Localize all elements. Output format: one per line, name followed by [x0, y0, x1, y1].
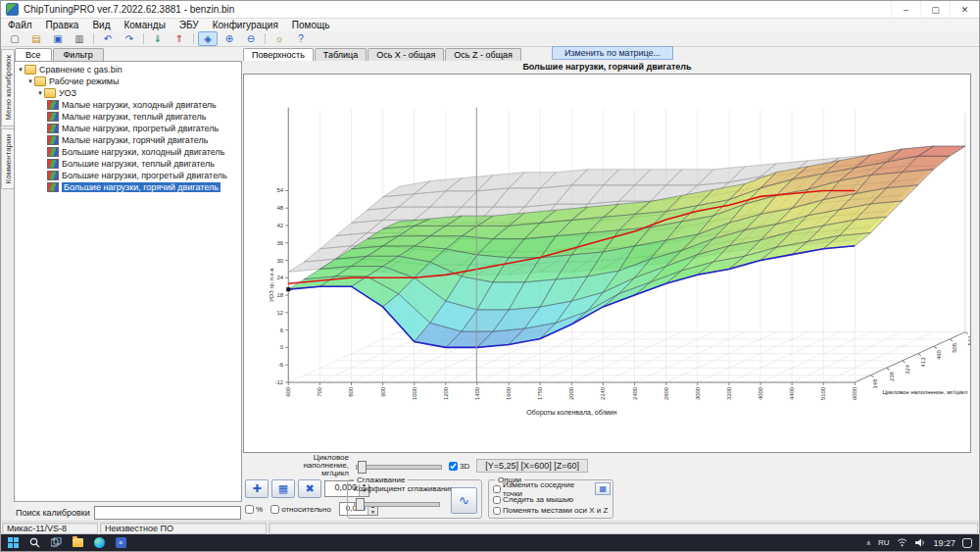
redo-button[interactable]: ↷ [120, 31, 139, 46]
tree-folder-item[interactable]: ▾Рабочие режимы [15, 75, 241, 87]
calibration-tree: ▾Сравнение с gas.bin▾Рабочие режимы▾УОЗМ… [14, 61, 242, 502]
tree-folder-item[interactable]: ▾УОЗ [15, 87, 241, 99]
zoom-in-button[interactable]: ⊕ [220, 31, 239, 46]
volume-icon[interactable] [914, 537, 926, 549]
3d-checkbox[interactable] [449, 462, 458, 471]
menu-item-0[interactable]: Файл [1, 20, 39, 30]
tree-map-item[interactable]: Большие нагрузки, теплый двигатель [15, 158, 241, 170]
3d-toggle[interactable]: 3D [449, 462, 469, 471]
settings-button[interactable]: ☼ [270, 31, 289, 46]
option-row-0[interactable]: Изменить соседние точки▦ [493, 483, 611, 494]
menu-item-5[interactable]: Конфигурация [206, 20, 285, 30]
toolbar-separator [265, 33, 266, 44]
comments-vtab[interactable]: Комментарии [1, 128, 15, 189]
tree-map-item[interactable]: Малые нагрузки, теплый двигатель [15, 111, 241, 123]
surface-chart[interactable]: -12-606121824303642485460070080090010001… [244, 75, 970, 452]
percent-toggle[interactable]: % [245, 505, 263, 514]
svg-text:600: 600 [285, 386, 291, 397]
tree-map-item[interactable]: Большие нагрузки, холодный двигатель [15, 146, 241, 158]
tree-map-item[interactable]: Большие нагрузки, прогретый двигатель [15, 170, 241, 181]
menu-item-2[interactable]: Вид [85, 20, 117, 30]
tree-folder-item[interactable]: ▾Сравнение с gas.bin [15, 64, 241, 75]
set-value-button[interactable]: ▦ [271, 479, 295, 498]
search-input[interactable] [94, 506, 241, 520]
option-checkbox-2[interactable] [493, 507, 501, 515]
menu-item-3[interactable]: Команды [117, 20, 172, 30]
open-file-button[interactable]: ▤ [26, 31, 46, 46]
tree-map-item[interactable]: Малые нагрузки, прогретый двигатель [15, 123, 241, 134]
expand-arrow[interactable]: ▾ [36, 89, 44, 97]
options-group: Опции Изменить соседние точки▦Следить за… [488, 479, 613, 519]
language-indicator[interactable]: RU [878, 538, 890, 547]
file-explorer-icon[interactable] [72, 537, 83, 549]
clock[interactable]: 19:27 [933, 538, 956, 548]
side-strip: Меню калибровок Комментарии [1, 47, 14, 522]
search-icon[interactable] [28, 537, 40, 549]
smoothing-group-title: Сглаживание [354, 476, 408, 484]
menu-item-4[interactable]: ЭБУ [172, 20, 206, 30]
fill-slider-thumb[interactable] [358, 461, 367, 474]
wifi-icon[interactable] [896, 537, 907, 549]
add-value-button[interactable]: ✚ [245, 479, 269, 498]
new-file-button[interactable]: ▢ [5, 31, 24, 46]
tree-map-item[interactable]: Большие нагрузки, горячий двигатель [15, 181, 241, 193]
svg-text:413: 413 [920, 357, 926, 368]
maximize-button[interactable]: ▢ [920, 1, 950, 18]
print-button[interactable]: ▥ [70, 31, 89, 46]
relative-checkbox[interactable] [270, 505, 279, 514]
start-button[interactable] [7, 537, 19, 549]
main-tab-0[interactable]: Поверхность [243, 48, 314, 61]
option-row-2[interactable]: Поменять местами оси X и Z [493, 505, 611, 516]
smoothing-slider-thumb[interactable] [356, 498, 365, 511]
option-checkbox-0[interactable] [493, 485, 501, 493]
main-tab-2[interactable]: Ось X - общая [368, 48, 444, 61]
left-tab-1[interactable]: Фильтр [53, 48, 104, 61]
tree-item-label: УОЗ [59, 88, 76, 98]
tree-map-item[interactable]: Малые нагрузки, холодный двигатель [15, 99, 241, 111]
left-tab-0[interactable]: Все [15, 48, 52, 61]
controls-row: ✚▦✖ 0,000 ▲▼ % относительно 0,000 ▲▼ С [245, 478, 971, 520]
edge-browser-icon[interactable] [93, 537, 105, 549]
percent-checkbox[interactable] [245, 505, 254, 514]
hidden-icons-chevron[interactable]: ∧ [866, 539, 871, 547]
notification-icon[interactable] [962, 538, 972, 548]
task-view-icon[interactable] [50, 537, 62, 549]
fill-slider[interactable] [356, 460, 442, 473]
menu-item-1[interactable]: Правка [39, 20, 86, 30]
fill-slider-label: Цикловое наполнение, мг/цикл [270, 454, 349, 477]
svg-text:24: 24 [277, 275, 284, 280]
tree-item-label: Сравнение с gas.bin [39, 65, 122, 75]
app-shortcut-icon[interactable]: ≡ [115, 537, 126, 549]
calibration-menu-vtab[interactable]: Меню калибровок [1, 49, 15, 126]
tree-item-label: Малые нагрузки, горячий двигатель [62, 135, 208, 145]
apply-smoothing-button[interactable]: ∿ [451, 487, 477, 514]
write-ecu-button[interactable]: ⇑ [170, 31, 189, 46]
undo-button[interactable]: ↶ [98, 31, 118, 46]
menu-item-6[interactable]: Помощь [285, 20, 337, 30]
svg-text:30: 30 [277, 258, 284, 264]
svg-text:Обороты коленвала, об/мин: Обороты коленвала, об/мин [526, 410, 616, 418]
main-tab-3[interactable]: Ось Z - общая [445, 48, 521, 61]
minimize-button[interactable]: – [891, 1, 920, 18]
expand-arrow[interactable]: ▾ [17, 66, 24, 74]
read-ecu-button[interactable]: ⇓ [148, 31, 168, 46]
smoothing-slider[interactable] [354, 497, 440, 510]
relative-toggle[interactable]: относительно [270, 505, 331, 514]
zoom-out-button[interactable]: ⊖ [241, 31, 261, 46]
expand-arrow[interactable]: ▾ [26, 77, 34, 85]
close-button[interactable]: ✕ [950, 1, 979, 18]
search-label: Поиск калибровки [16, 508, 90, 518]
help-button[interactable]: ? [291, 31, 311, 46]
matrix-mini-button[interactable]: ▦ [595, 482, 611, 495]
svg-text:1750: 1750 [537, 386, 543, 400]
tree-map-item[interactable]: Малые нагрузки, горячий двигатель [15, 134, 241, 146]
option-checkbox-1[interactable] [493, 496, 501, 504]
save-file-button[interactable]: ▣ [48, 31, 68, 46]
clear-value-button[interactable]: ✖ [298, 479, 321, 498]
main-tab-1[interactable]: Таблица [315, 48, 367, 61]
edit-by-matrix-button[interactable]: Изменить по матрице... [552, 46, 673, 60]
surface-view-button[interactable]: ◈ [198, 31, 218, 46]
status-empty [269, 523, 978, 534]
svg-text:900: 900 [380, 386, 386, 397]
smoothing-group: Сглаживание Коэффициент сглаживания ∿ [347, 479, 482, 519]
